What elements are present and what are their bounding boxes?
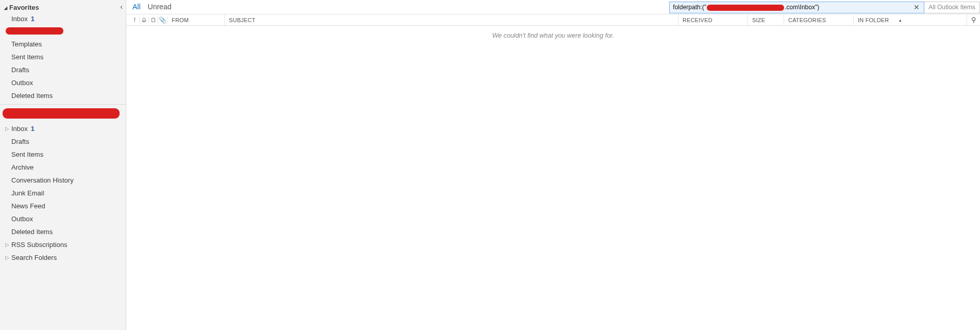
search-area: folderpath:(".com\Inbox") ✕ All Outlook … bbox=[669, 1, 980, 14]
unread-count: 1 bbox=[31, 124, 35, 134]
caret-down-icon bbox=[4, 5, 9, 10]
folder-label: Inbox bbox=[11, 14, 28, 24]
folder-label: Drafts bbox=[11, 137, 29, 146]
col-categories[interactable]: CATEGORIES bbox=[784, 14, 853, 25]
col-from[interactable]: FROM bbox=[168, 14, 224, 25]
folder-label: Conversation History bbox=[11, 175, 74, 185]
favorites-outbox[interactable]: Outbox bbox=[0, 76, 126, 89]
col-in-folder[interactable]: IN FOLDER ▴ bbox=[853, 14, 967, 25]
favorites-inbox[interactable]: Inbox 1 bbox=[0, 12, 126, 25]
column-filter-icon[interactable]: ⚲ bbox=[967, 14, 980, 25]
sidebar-divider bbox=[0, 104, 126, 105]
account-rss-subscriptions[interactable]: RSS Subscriptions bbox=[0, 238, 126, 251]
favorites-header[interactable]: Favorites bbox=[0, 2, 126, 12]
col-size[interactable]: SIZE bbox=[748, 14, 784, 25]
account-archive[interactable]: Archive bbox=[0, 161, 126, 174]
folder-label: RSS Subscriptions bbox=[11, 240, 67, 250]
col-importance-icon[interactable]: ! bbox=[130, 16, 140, 24]
col-in-folder-label: IN FOLDER bbox=[858, 17, 889, 23]
search-suffix: .com\Inbox") bbox=[785, 4, 819, 11]
folder-label: Archive bbox=[11, 162, 34, 172]
col-received[interactable]: RECEIVED bbox=[678, 14, 748, 25]
folder-label: News Feed bbox=[11, 201, 45, 211]
redacted-search-segment bbox=[707, 5, 784, 11]
account-drafts[interactable]: Drafts bbox=[0, 135, 126, 148]
folder-label: Templates bbox=[11, 39, 42, 49]
folder-label: Junk Email bbox=[11, 188, 44, 198]
col-subject[interactable]: SUBJECT bbox=[224, 14, 678, 25]
folder-label: Sent Items bbox=[11, 150, 43, 159]
col-itemtype-icon[interactable]: 🗋 bbox=[149, 16, 158, 24]
col-reminder-icon[interactable]: 🕭 bbox=[140, 16, 149, 24]
search-query-text: folderpath:(".com\Inbox") bbox=[673, 4, 912, 11]
search-scope-label: All Outlook Items bbox=[928, 4, 975, 11]
folder-label: Sent Items bbox=[11, 52, 43, 62]
caret-right-icon bbox=[5, 253, 10, 262]
account-deleted-items[interactable]: Deleted Items bbox=[0, 225, 126, 238]
account-sent-items[interactable]: Sent Items bbox=[0, 148, 126, 161]
account-news-feed[interactable]: News Feed bbox=[0, 200, 126, 212]
caret-right-icon bbox=[5, 124, 10, 134]
redacted-account-header bbox=[3, 107, 126, 121]
folder-pane: ‹ Favorites Inbox 1 Templates Sent Items… bbox=[0, 0, 126, 330]
folder-label: Drafts bbox=[11, 65, 29, 75]
account-inbox[interactable]: Inbox 1 bbox=[0, 122, 126, 135]
folder-label: Deleted Items bbox=[11, 227, 53, 237]
collapse-pane-button[interactable]: ‹ bbox=[120, 3, 123, 10]
favorites-deleted-items[interactable]: Deleted Items bbox=[0, 89, 126, 102]
filter-tabs: All Unread bbox=[126, 2, 177, 12]
folder-label: Deleted Items bbox=[11, 91, 53, 101]
favorites-sent-items[interactable]: Sent Items bbox=[0, 51, 126, 63]
account-conversation-history[interactable]: Conversation History bbox=[0, 174, 126, 187]
search-input[interactable]: folderpath:(".com\Inbox") ✕ bbox=[669, 2, 924, 13]
folder-label: Search Folders bbox=[11, 253, 57, 262]
redacted-folder bbox=[6, 26, 126, 37]
results-area: We couldn't find what you were looking f… bbox=[126, 26, 980, 330]
folder-label: Inbox bbox=[11, 124, 28, 134]
no-results-message: We couldn't find what you were looking f… bbox=[126, 26, 980, 39]
sort-ascending-icon: ▴ bbox=[899, 18, 902, 23]
clear-search-icon[interactable]: ✕ bbox=[912, 3, 921, 11]
message-list-pane: All Unread folderpath:(".com\Inbox") ✕ A… bbox=[126, 0, 980, 330]
filter-tab-all[interactable]: All bbox=[132, 3, 141, 12]
account-junk-email[interactable]: Junk Email bbox=[0, 187, 126, 200]
top-row: All Unread folderpath:(".com\Inbox") ✕ A… bbox=[126, 0, 980, 14]
caret-right-icon bbox=[5, 240, 10, 250]
col-attachment-icon[interactable]: 📎 bbox=[158, 16, 168, 24]
search-prefix: folderpath:(" bbox=[673, 4, 706, 11]
search-scope-dropdown[interactable]: All Outlook Items bbox=[924, 2, 980, 13]
column-headers: ! 🕭 🗋 📎 FROM SUBJECT RECEIVED SIZE CATEG… bbox=[126, 14, 980, 26]
folder-label: Outbox bbox=[11, 214, 33, 224]
folder-label: Outbox bbox=[11, 78, 33, 88]
favorites-drafts[interactable]: Drafts bbox=[0, 63, 126, 76]
unread-count: 1 bbox=[31, 14, 35, 24]
account-outbox[interactable]: Outbox bbox=[0, 212, 126, 225]
favorites-label: Favorites bbox=[9, 4, 39, 11]
filter-tab-unread[interactable]: Unread bbox=[148, 3, 172, 12]
favorites-templates[interactable]: Templates bbox=[0, 38, 126, 51]
account-search-folders[interactable]: Search Folders bbox=[0, 251, 126, 264]
